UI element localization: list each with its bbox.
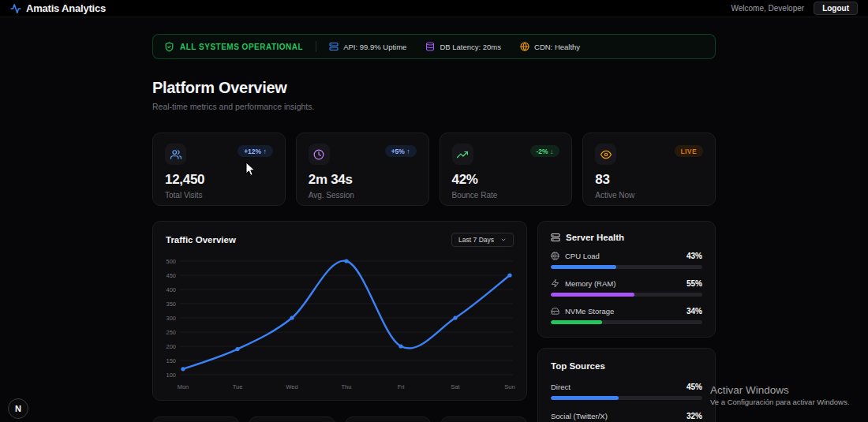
summary-card [152,416,239,422]
top-bar: Amatis Analytics Welcome, Developer Logo… [0,0,868,17]
metric-value: 34% [687,307,702,316]
status-item-label: DB Latency: 20ms [440,43,501,51]
svg-text:500: 500 [166,258,176,265]
live-badge: LIVE [675,145,704,157]
source-label: Direct [551,383,571,391]
status-main: ALL SYSTEMS OPERATIONAL [164,42,303,52]
metric-value: 55% [687,279,702,288]
traffic-line-chart: 100150200250300350400450500MonTueWedThuF… [158,253,517,395]
status-item-api: API: 99.9% Uptime [329,42,406,51]
bottom-summary-row [152,416,527,422]
traffic-overview-card: Traffic Overview Last 7 Days 10015020025… [152,221,527,401]
eye-icon [595,144,616,165]
globe-icon [520,42,529,51]
chevron-down-icon [500,237,507,243]
metric-label: Memory (RAM) [565,279,615,288]
stat-card-active-now: LIVE 83 Active Now [582,133,716,206]
svg-text:200: 200 [166,343,176,350]
progress-track [551,293,702,297]
brand: Amatis Analytics [10,2,106,14]
stat-card-total-visits: +12% ↑ 12,450 Total Visits [152,133,286,206]
svg-text:350: 350 [166,301,176,308]
stat-card-bounce-rate: -2% ↓ 42% Bounce Rate [440,133,573,206]
svg-text:400: 400 [166,286,176,293]
stat-value: 42% [452,172,560,188]
server-health-card: Server Health CPU Load 43% [537,221,716,338]
nextjs-dev-badge[interactable]: N [8,398,28,419]
source-value: 32% [687,412,702,420]
source-value: 45% [687,383,702,391]
stat-label: Total Visits [165,191,273,200]
brand-name: Amatis Analytics [26,2,106,14]
metric-value: 43% [687,252,702,260]
users-icon [165,144,186,165]
source-social: Social (Twitter/X) 32% [551,412,702,422]
metric-label: CPU Load [565,252,600,260]
source-direct: Direct 45% [551,383,702,400]
stat-value: 12,450 [165,172,273,188]
server-icon [329,42,339,51]
progress-fill [551,320,602,324]
svg-text:150: 150 [166,357,176,364]
svg-text:Sat: Sat [451,383,460,390]
svg-text:450: 450 [166,272,176,279]
page-title: Platform Overview [152,79,716,97]
top-sources-card: Top Sources Direct 45% Social (Twitter/X… [537,348,716,422]
shield-check-icon [164,42,174,52]
svg-text:Thu: Thu [342,383,352,390]
trend-badge: -2% ↓ [530,145,560,157]
main-content: ALL SYSTEMS OPERATIONAL API: 99.9% Uptim… [152,34,716,422]
status-item-label: CDN: Healthy [534,43,580,51]
svg-text:Wed: Wed [286,383,297,390]
logout-button[interactable]: Logout [814,2,858,15]
summary-card [249,416,335,422]
left-column: Traffic Overview Last 7 Days 10015020025… [152,221,527,422]
progress-track [551,265,702,269]
progress-track [551,396,702,400]
metric-label: NVMe Storage [565,307,614,316]
cpu-icon [551,252,559,260]
status-main-label: ALL SYSTEMS OPERATIONAL [180,43,303,51]
stat-card-avg-session: +5% ↑ 2m 34s Avg. Session [296,133,429,206]
svg-text:250: 250 [166,329,176,336]
activity-logo-icon [10,3,21,14]
svg-text:100: 100 [166,372,176,379]
stat-label: Bounce Rate [452,191,560,200]
stat-value: 83 [595,172,703,188]
svg-text:Fri: Fri [398,383,405,390]
divider [316,41,316,52]
status-item-cdn: CDN: Healthy [520,42,580,51]
top-sources-title: Top Sources [551,361,702,371]
metric-cpu-load: CPU Load 43% [551,252,702,269]
trending-up-icon [452,144,473,165]
system-status-bar: ALL SYSTEMS OPERATIONAL API: 99.9% Uptim… [152,34,716,59]
date-range-select[interactable]: Last 7 Days [451,233,514,247]
date-range-value: Last 7 Days [458,236,494,244]
stat-value: 2m 34s [309,172,417,188]
progress-fill [551,396,619,400]
page-subtitle: Real-time metrics and performance insigh… [152,102,716,111]
source-label: Social (Twitter/X) [551,412,608,420]
activate-windows-watermark: Activar Windows Ve a Configuración para … [710,384,849,406]
stat-label: Avg. Session [309,191,417,200]
hard-drive-icon [551,307,559,316]
svg-text:Tue: Tue [233,383,243,390]
summary-card [440,416,527,422]
stats-row: +12% ↑ 12,450 Total Visits +5% ↑ 2m 34s … [152,133,716,206]
right-column: Server Health CPU Load 43% [537,221,716,422]
trend-badge: +5% ↑ [385,145,417,157]
database-icon [425,42,435,51]
server-icon [551,233,560,242]
svg-text:Mon: Mon [178,383,189,390]
summary-card [345,416,432,422]
trend-badge: +12% ↑ [238,145,273,157]
status-item-label: API: 99.9% Uptime [343,43,406,51]
stat-label: Active Now [595,191,703,200]
svg-text:Sun: Sun [504,383,514,390]
welcome-text: Welcome, Developer [731,4,804,13]
metric-memory: Memory (RAM) 55% [551,279,702,297]
progress-fill [551,293,634,297]
status-item-db: DB Latency: 20ms [425,42,501,51]
progress-track [551,320,702,324]
metric-storage: NVMe Storage 34% [551,307,702,324]
